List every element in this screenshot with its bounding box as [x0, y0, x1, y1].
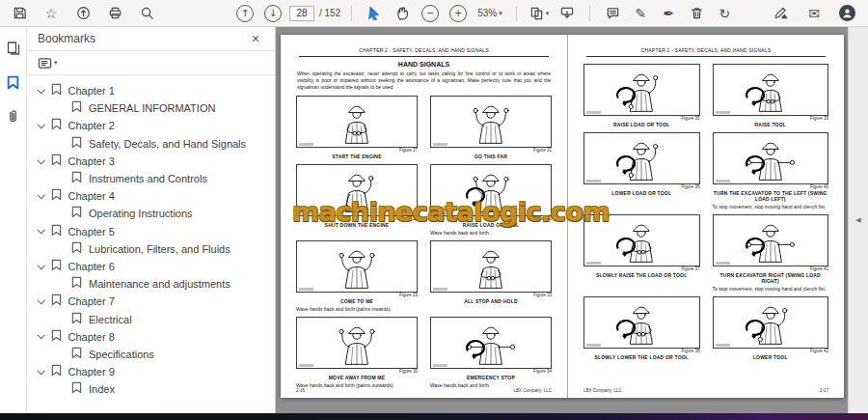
- close-panel-button[interactable]: ×: [247, 30, 264, 47]
- toolbar-share-group: ✉: [770, 3, 860, 24]
- star-button[interactable]: ☆: [40, 3, 63, 24]
- account-icon: [839, 5, 855, 21]
- bookmark-section-item[interactable]: Safety, Decals, and Hand Signals: [27, 135, 275, 153]
- next-page-button[interactable]: ↓: [261, 3, 285, 24]
- page-fit-icon: [529, 6, 544, 20]
- pencil-button[interactable]: ✎: [629, 3, 652, 24]
- attachments-icon: [6, 108, 20, 124]
- page-header: CHAPTER 2 - SAFETY, DECALS, AND HAND SIG…: [586, 47, 826, 57]
- bookmark-chapter-item[interactable]: Chapter 1: [27, 82, 275, 99]
- bookmark-section-item[interactable]: Maintenance and adjustments: [27, 275, 275, 293]
- comment-icon: [606, 6, 620, 20]
- watermark: machinecatalogic.com: [292, 197, 610, 227]
- chevron-down-icon[interactable]: [38, 86, 45, 94]
- figure-caption: TURN THE EXCAVATOR TO THE LEFT (SWING LO…: [713, 190, 829, 202]
- figure-caption: LOWER TOOL: [713, 354, 829, 360]
- figure-number-label: Figure 35: [681, 116, 699, 121]
- bookmark-icon: [51, 153, 62, 170]
- account-button[interactable]: [835, 3, 858, 24]
- document-view[interactable]: machinecatalogic.com CHAPTER 2 - SAFETY,…: [276, 27, 848, 413]
- zoom-level-label: 53%: [477, 8, 497, 18]
- hand-tool-button[interactable]: [391, 3, 414, 24]
- select-tool-button[interactable]: [363, 3, 386, 24]
- figure-frame: [713, 296, 829, 349]
- bookmark-icon: [71, 240, 82, 258]
- bookmark-chapter-item[interactable]: Chapter 4: [27, 187, 275, 205]
- share-upload-button[interactable]: [71, 3, 95, 24]
- bookmark-section-item[interactable]: Instruments and Controls: [27, 170, 275, 187]
- figure-caption: GO THIS FAR: [430, 154, 552, 159]
- search-button[interactable]: [135, 3, 158, 24]
- hand-signal-figure: Figure 38SLOWLY LOWER THE LOAD OR TOOL: [583, 296, 700, 360]
- bookmark-chapter-item[interactable]: Chapter 5: [27, 223, 275, 240]
- figure-number-label: Figure 34: [533, 369, 552, 374]
- page-thumbnails-button[interactable]: [3, 39, 24, 58]
- page-fit-button[interactable]: ▾: [528, 3, 552, 24]
- bookmark-options-button[interactable]: ▾: [36, 52, 60, 73]
- tools-pane-strip[interactable]: ◀: [848, 27, 868, 413]
- delete-button[interactable]: [685, 3, 708, 24]
- share-upload-icon: [76, 6, 91, 20]
- bookmark-icon: [51, 82, 62, 99]
- comment-button[interactable]: [601, 3, 624, 24]
- chevron-down-icon[interactable]: [38, 331, 45, 339]
- figure-caption: EMERGENCY STOP: [430, 375, 552, 380]
- bookmarks-toolbar: ▾: [27, 51, 275, 75]
- previous-page-button[interactable]: ↑: [233, 3, 257, 24]
- bookmark-chapter-item[interactable]: Chapter 8: [27, 328, 275, 346]
- bookmark-section-item[interactable]: Specifications: [27, 346, 275, 363]
- bookmark-tree: Chapter 1GENERAL INFORMATIONChapter 2Saf…: [27, 75, 275, 398]
- bookmark-icon: [71, 99, 82, 117]
- page-number-input[interactable]: [289, 6, 314, 21]
- chevron-down-icon[interactable]: [38, 155, 45, 163]
- figure-code: [299, 143, 313, 146]
- chevron-down-icon[interactable]: [38, 367, 45, 375]
- fit-width-button[interactable]: [556, 3, 579, 24]
- bookmarks-header: Bookmarks ×: [27, 27, 275, 51]
- sign-button[interactable]: ✒: [657, 3, 680, 24]
- close-icon: ×: [252, 31, 259, 46]
- attachments-button[interactable]: [3, 106, 24, 126]
- bookmark-icon: [71, 380, 82, 398]
- chevron-down-icon[interactable]: [38, 296, 45, 304]
- print-button[interactable]: [103, 3, 126, 24]
- bookmark-chapter-item[interactable]: Chapter 6: [27, 258, 275, 275]
- bookmark-icon: [51, 293, 62, 310]
- bookmark-section-item[interactable]: Electrical: [27, 310, 275, 327]
- zoom-out-button[interactable]: −: [419, 3, 442, 24]
- email-button[interactable]: ✉: [802, 3, 826, 24]
- chevron-down-icon[interactable]: [38, 262, 45, 269]
- bookmark-section-item[interactable]: GENERAL INFORMATION: [27, 99, 275, 117]
- figure-number-label: Figure 38: [681, 349, 699, 353]
- bookmark-section-item[interactable]: Operating Instructions: [27, 205, 275, 222]
- page-header: CHAPTER 2 - SAFETY, DECALS, AND HAND SIG…: [299, 47, 549, 57]
- chevron-down-icon[interactable]: [38, 226, 45, 234]
- toolbar-nav-group: ↑ ↓ / 152 − + 53%▾ ▾ ✎ ✒ ↻: [233, 3, 736, 24]
- bookmark-chapter-item[interactable]: Chapter 2: [27, 117, 275, 134]
- worker-illustration-icon: [320, 242, 393, 290]
- bookmark-chapter-item[interactable]: Chapter 3: [27, 153, 275, 170]
- chevron-down-icon[interactable]: [38, 121, 45, 128]
- fill-sign-share-button[interactable]: [770, 3, 793, 24]
- save-button[interactable]: [8, 3, 31, 24]
- zoom-in-button[interactable]: +: [447, 3, 470, 24]
- bookmark-section-item[interactable]: Lubrication, Filters, and Fluids: [27, 240, 275, 258]
- bookmark-section-item[interactable]: Index: [27, 380, 275, 398]
- figure-code: [433, 364, 448, 367]
- bookmark-icon: [51, 117, 62, 134]
- chevron-down-icon[interactable]: [38, 191, 45, 199]
- page-thumbnails-icon: [6, 41, 21, 56]
- zoom-level-button[interactable]: 53%▾: [475, 3, 505, 24]
- rotate-button[interactable]: ↻: [713, 3, 736, 24]
- figure-number-label: Figure 39: [810, 116, 828, 121]
- worker-illustration-icon: [605, 134, 678, 182]
- bookmark-chapter-item[interactable]: Chapter 9: [27, 363, 275, 380]
- hand-signal-figure: Figure 33ALL STOP AND HOLD: [430, 240, 552, 312]
- bookmarks-panel-button[interactable]: [3, 72, 24, 92]
- hand-signal-figure: Figure 30MOVE AWAY FROM MEWave hands bac…: [296, 317, 418, 388]
- hand-signal-figure: Figure 27START THE ENGINE: [296, 96, 418, 159]
- bookmark-chapter-item[interactable]: Chapter 7: [27, 293, 275, 310]
- figure-frame: [296, 96, 418, 148]
- figure-code: [716, 111, 730, 114]
- figure-caption: LOWER LOAD OR TOOL: [583, 190, 700, 196]
